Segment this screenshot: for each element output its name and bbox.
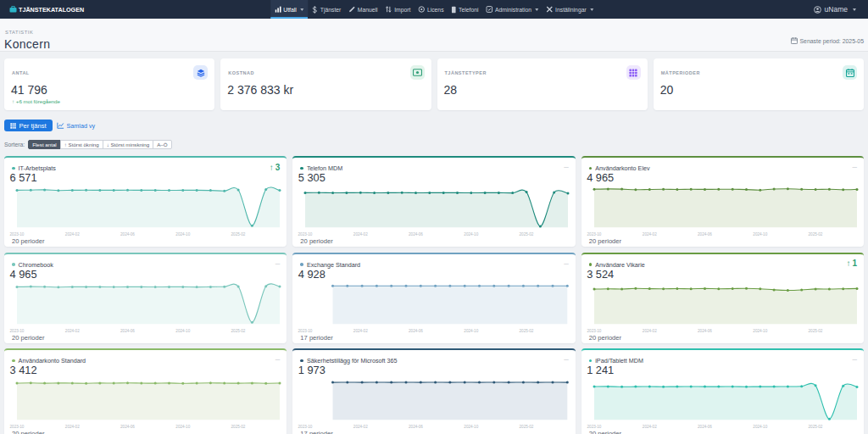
svg-text:2025-02: 2025-02 [231, 328, 246, 332]
svg-text:2025-02: 2025-02 [231, 425, 246, 429]
svg-text:2024-06: 2024-06 [409, 328, 423, 332]
svg-text:2024-02: 2024-02 [643, 425, 657, 429]
svg-text:2024-10: 2024-10 [465, 232, 479, 236]
svg-text:2023-10: 2023-10 [298, 232, 313, 236]
svg-text:2024-10: 2024-10 [753, 328, 767, 332]
svg-text:2024-06: 2024-06 [120, 425, 135, 429]
svg-text:2023-10: 2023-10 [298, 328, 313, 332]
svg-text:2024-10: 2024-10 [175, 425, 190, 429]
svg-text:2024-02: 2024-02 [353, 232, 368, 236]
svg-text:2024-06: 2024-06 [120, 232, 135, 236]
svg-text:2024-10: 2024-10 [465, 425, 479, 429]
svg-text:2024-02: 2024-02 [353, 328, 368, 332]
svg-text:2024-02: 2024-02 [65, 232, 80, 236]
svg-text:2024-06: 2024-06 [409, 425, 423, 429]
svg-text:2024-10: 2024-10 [465, 328, 479, 332]
svg-text:2024-06: 2024-06 [120, 328, 135, 332]
svg-text:2024-02: 2024-02 [65, 328, 80, 332]
svg-text:2024-06: 2024-06 [698, 425, 712, 429]
svg-text:2023-10: 2023-10 [10, 232, 25, 236]
svg-text:2025-02: 2025-02 [520, 232, 534, 236]
svg-text:2024-02: 2024-02 [65, 425, 80, 429]
svg-text:2023-10: 2023-10 [587, 328, 601, 332]
svg-text:2024-10: 2024-10 [753, 232, 767, 236]
svg-text:2025-02: 2025-02 [520, 425, 534, 429]
svg-text:2025-02: 2025-02 [808, 425, 822, 429]
svg-text:2025-02: 2025-02 [808, 232, 822, 236]
svg-text:2025-02: 2025-02 [808, 328, 822, 332]
svg-text:2024-02: 2024-02 [643, 232, 657, 236]
svg-text:2024-06: 2024-06 [409, 232, 423, 236]
svg-text:2024-10: 2024-10 [175, 232, 190, 236]
svg-text:2023-10: 2023-10 [298, 425, 313, 429]
svg-text:2024-06: 2024-06 [698, 328, 712, 332]
svg-text:2025-02: 2025-02 [231, 232, 246, 236]
svg-text:2024-06: 2024-06 [698, 232, 712, 236]
svg-text:2024-02: 2024-02 [353, 425, 368, 429]
svg-text:2024-10: 2024-10 [753, 425, 767, 429]
svg-text:2023-10: 2023-10 [587, 232, 601, 236]
svg-text:2025-02: 2025-02 [520, 328, 534, 332]
svg-text:2024-02: 2024-02 [643, 328, 657, 332]
svg-text:2023-10: 2023-10 [10, 328, 25, 332]
svg-text:2023-10: 2023-10 [587, 425, 601, 429]
svg-text:2024-10: 2024-10 [175, 328, 190, 332]
svg-text:2023-10: 2023-10 [10, 425, 25, 429]
